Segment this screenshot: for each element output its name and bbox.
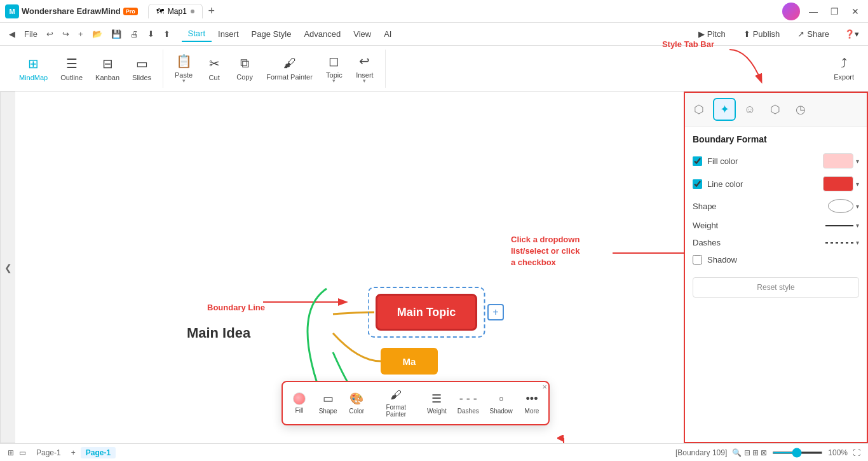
pitch-button[interactable]: ▶ Pitch [692, 27, 732, 41]
print-button[interactable]: 🖨 [126, 27, 142, 41]
dashes-preview[interactable] [825, 242, 853, 244]
mini-toolbar-arrow [557, 435, 570, 443]
fill-color-swatch[interactable] [823, 153, 853, 169]
logo-icon: M [5, 4, 19, 18]
main-topic-orange-node[interactable]: Ma [381, 348, 438, 375]
fill-color-checkbox[interactable] [693, 156, 702, 166]
line-color-checkbox[interactable] [693, 179, 702, 189]
mini-color-button[interactable]: 🎨 Color [342, 389, 370, 417]
add-tab-button[interactable]: + [204, 4, 219, 19]
topic-button[interactable]: ◻ Topic ▾ [319, 51, 349, 86]
mindmap-label: MindMap [19, 74, 48, 81]
page-tab-1[interactable]: Page-1 [31, 447, 66, 458]
add-child-button[interactable]: + [487, 304, 504, 320]
cut-button[interactable]: ✂ Cut [199, 51, 229, 86]
menu-view[interactable]: View [347, 27, 377, 41]
shadow-checkbox[interactable] [693, 255, 702, 265]
dashes-dropdown-arrow[interactable]: ▾ [856, 239, 859, 246]
page-tab-active[interactable]: Page-1 [81, 447, 116, 458]
mini-more-button[interactable]: ••• More [518, 390, 546, 417]
mini-shape-button[interactable]: ▭ Shape [313, 389, 342, 417]
mini-dashes-icon: - - - [459, 392, 477, 406]
publish-label: Publish [753, 29, 780, 39]
mini-fill-button[interactable]: Fill [285, 390, 313, 416]
panel-tab-ai[interactable]: ✦ [713, 98, 736, 121]
export-quick[interactable]: ⬇ [144, 27, 158, 41]
shape-dropdown-arrow[interactable]: ▾ [856, 203, 859, 210]
mini-toolbar-close[interactable]: ✕ [542, 383, 547, 390]
pitch-label: Pitch [707, 29, 726, 39]
line-color-dropdown-arrow[interactable]: ▾ [856, 181, 859, 188]
share-button[interactable]: ↗ Share [791, 27, 836, 41]
mini-format-painter-button[interactable]: 🖌 Format Painter [370, 386, 421, 420]
close-button[interactable]: ✕ [848, 5, 863, 18]
fill-color-control: ▾ [823, 153, 859, 169]
page-add-icon[interactable]: + [71, 448, 76, 457]
main-idea-node[interactable]: Main Idea [168, 314, 269, 352]
collapse-panel-button[interactable]: ❮ [0, 92, 15, 443]
panel-tab-timer[interactable]: ◷ [789, 98, 812, 121]
mini-weight-label: Weight [427, 408, 447, 415]
menu-advanced[interactable]: Advanced [297, 27, 347, 41]
mini-dashes-button[interactable]: - - - Dashes [452, 390, 484, 417]
copy-button[interactable]: ⧉ Copy [229, 51, 260, 86]
menu-right: ▶ Pitch ⬆ Publish ↗ Share ❓▾ [692, 27, 863, 41]
help-button[interactable]: ❓▾ [841, 27, 863, 41]
mini-more-label: More [525, 408, 539, 415]
mini-shadow-button[interactable]: ▫ Shadow [484, 390, 518, 417]
fill-color-dropdown-arrow[interactable]: ▾ [856, 158, 859, 165]
shape-preview[interactable] [828, 199, 853, 213]
status-icons: 🔍 ⊟ ⊞ ⊠ [732, 448, 767, 457]
zoom-slider[interactable] [772, 451, 823, 454]
panel-tab-shape[interactable]: ⬡ [764, 98, 787, 121]
save-button[interactable]: 💾 [107, 27, 125, 41]
new-button[interactable]: + [74, 27, 87, 41]
weight-line-preview[interactable] [825, 225, 853, 226]
outline-button[interactable]: ☰ Outline [54, 51, 89, 86]
copy-icon: ⧉ [240, 56, 249, 71]
export-button[interactable]: ⤴ Export [827, 51, 860, 86]
outline-label: Outline [60, 74, 83, 81]
status-bar: ⊞ ▭ Page-1 + Page-1 [Boundary 109] 🔍 ⊟ ⊞… [0, 443, 868, 461]
mini-weight-button[interactable]: ☰ Weight [421, 389, 452, 417]
fullscreen-icon[interactable]: ⛶ [853, 448, 860, 457]
restore-button[interactable]: ❐ [827, 5, 843, 18]
panel-tab-style[interactable]: ⬡ [688, 98, 710, 121]
mini-toolbar: Fill ▭ Shape 🎨 Color 🖌 Format Painter ☰ … [281, 381, 550, 425]
mindmap-button[interactable]: ⊞ MindMap [13, 51, 54, 86]
panel-tab-emoji[interactable]: ☺ [738, 98, 761, 121]
publish-button[interactable]: ⬆ Publish [737, 27, 787, 41]
main-topic-red-node[interactable]: Main Topic [376, 294, 477, 331]
insert-button[interactable]: ↩ Insert ▾ [349, 51, 380, 86]
menu-insert[interactable]: Insert [212, 27, 245, 41]
file-button[interactable]: File [20, 27, 41, 41]
export-label: Export [834, 73, 854, 81]
user-avatar[interactable] [782, 3, 800, 20]
menu-ai[interactable]: AI [377, 27, 398, 41]
format-painter-button[interactable]: 🖌 Format Painter [260, 51, 319, 86]
map-tab[interactable]: 🗺 Map1 [148, 4, 203, 18]
slides-button[interactable]: ▭ Slides [126, 51, 158, 86]
menu-page-style[interactable]: Page Style [245, 27, 298, 41]
reset-style-button[interactable]: Reset style [693, 277, 859, 298]
canvas[interactable]: Main Idea Main Topic + Ma Main Topic Fil… [15, 92, 684, 443]
undo-button[interactable]: ↩ [43, 27, 57, 41]
kanban-button[interactable]: ⊟ Kanban [89, 51, 126, 86]
back-button[interactable]: ◀ [5, 27, 19, 41]
tab-dot [191, 10, 194, 13]
line-color-swatch[interactable] [823, 176, 853, 191]
menu-start[interactable]: Start [182, 26, 212, 42]
weight-dropdown-arrow[interactable]: ▾ [856, 222, 859, 229]
title-bar-right: — ❐ ✕ [782, 3, 863, 20]
right-panel: ⬡ ✦ ☺ ⬡ ◷ Boundary Format Fill color ▾ [684, 92, 868, 443]
main-topic-red-label: Main Topic [397, 306, 456, 319]
paste-icon: 📋 [176, 53, 192, 69]
format-painter-label: Format Painter [266, 73, 313, 81]
publish-quick[interactable]: ⬆ [159, 27, 174, 41]
panel-tabs: ⬡ ✦ ☺ ⬡ ◷ [685, 93, 867, 127]
open-button[interactable]: 📂 [88, 27, 106, 41]
minimize-button[interactable]: — [805, 5, 822, 18]
menu-nav: ◀ File ↩ ↪ + 📂 💾 🖨 ⬇ ⬆ [5, 27, 174, 41]
paste-button[interactable]: 📋 Paste ▾ [168, 51, 199, 86]
redo-button[interactable]: ↪ [58, 27, 73, 41]
